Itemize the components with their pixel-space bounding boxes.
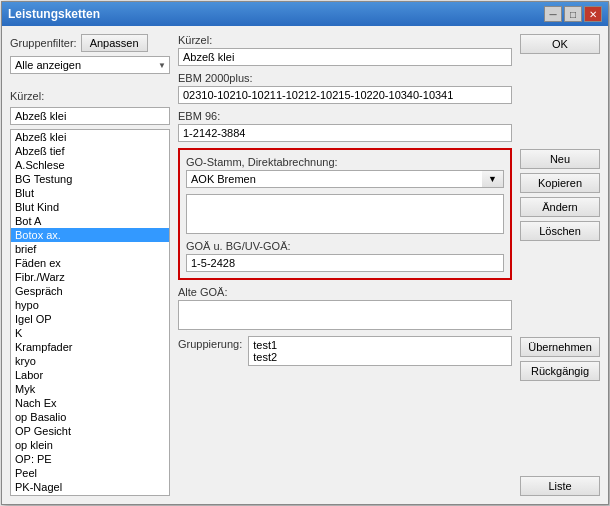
kuerzel-left-label: Kürzel:	[10, 90, 170, 102]
alte-goa-label: Alte GOÄ:	[178, 286, 512, 298]
list-item[interactable]: Fäden ex	[11, 256, 169, 270]
go-dropdown-button[interactable]: ▼	[482, 170, 504, 188]
gruppierung-label: Gruppierung:	[178, 336, 242, 350]
ebm2000-input[interactable]	[178, 86, 512, 104]
filter-label: Gruppenfilter:	[10, 37, 77, 49]
ubernehmen-button[interactable]: Übernehmen	[520, 337, 600, 357]
kopieren-button[interactable]: Kopieren	[520, 173, 600, 193]
ok-button[interactable]: OK	[520, 34, 600, 54]
alte-goa-group: Alte GOÄ:	[178, 286, 512, 330]
list-item[interactable]: hypo	[11, 298, 169, 312]
maximize-button[interactable]: □	[564, 6, 582, 22]
ebm2000-group: EBM 2000plus:	[178, 72, 512, 104]
window-title: Leistungsketten	[8, 7, 100, 21]
left-panel: Gruppenfilter: Anpassen Alle anzeigen Kü…	[10, 34, 170, 496]
list-item[interactable]: brief	[11, 242, 169, 256]
filter-row: Gruppenfilter: Anpassen	[10, 34, 170, 52]
go-dropdown-input[interactable]	[186, 170, 504, 188]
alte-goa-input[interactable]	[178, 300, 512, 330]
ebm96-label: EBM 96:	[178, 110, 512, 122]
goa-input[interactable]	[186, 254, 504, 272]
list-item[interactable]: Fibr./Warz	[11, 270, 169, 284]
list-item[interactable]: Igel OP	[11, 312, 169, 326]
list-item[interactable]: Blut Kind	[11, 200, 169, 214]
gruppen-filter-wrapper: Alle anzeigen	[10, 56, 170, 74]
liste-button[interactable]: Liste	[520, 476, 600, 496]
goa-label: GOÄ u. BG/UV-GOÄ:	[186, 240, 504, 252]
go-dropdown-wrapper: ▼	[186, 170, 504, 188]
go-label: GO-Stamm, Direktabrechnung:	[186, 156, 504, 168]
kuerzel-main-label: Kürzel:	[178, 34, 512, 46]
leistung-list[interactable]: Abzeß kleiAbzeß tiefA.SchleseBG TestungB…	[10, 129, 170, 496]
list-item[interactable]: op klein	[11, 438, 169, 452]
list-item[interactable]: kryo	[11, 354, 169, 368]
ebm96-group: EBM 96:	[178, 110, 512, 142]
list-item[interactable]: Blut	[11, 186, 169, 200]
gruppierung-input[interactable]	[248, 336, 512, 366]
loschen-button[interactable]: Löschen	[520, 221, 600, 241]
ebm2000-label: EBM 2000plus:	[178, 72, 512, 84]
list-item[interactable]: PK-Nagel	[11, 480, 169, 494]
list-item[interactable]: BG Testung	[11, 172, 169, 186]
gruppierung-row: Gruppierung:	[178, 336, 512, 366]
list-item[interactable]: Bot A	[11, 214, 169, 228]
andern-button[interactable]: Ändern	[520, 197, 600, 217]
list-item[interactable]: Gespräch	[11, 284, 169, 298]
list-item[interactable]: OP Gesicht	[11, 424, 169, 438]
button-panel: OK Neu Kopieren Ändern Löschen Übernehme…	[520, 34, 600, 496]
close-button[interactable]: ✕	[584, 6, 602, 22]
list-item[interactable]: Abzeß tief	[11, 144, 169, 158]
minimize-button[interactable]: ─	[544, 6, 562, 22]
anpassen-button[interactable]: Anpassen	[81, 34, 148, 52]
title-bar-buttons: ─ □ ✕	[544, 6, 602, 22]
list-item[interactable]: Labor	[11, 368, 169, 382]
go-empty-area	[186, 194, 504, 234]
neu-button[interactable]: Neu	[520, 149, 600, 169]
list-item[interactable]: Nach Ex	[11, 396, 169, 410]
highlighted-section: GO-Stamm, Direktabrechnung: ▼ GOÄ u. BG/…	[178, 148, 512, 280]
list-item[interactable]: Peel	[11, 466, 169, 480]
kuerzel-main-input[interactable]	[178, 48, 512, 66]
gruppen-filter-select[interactable]: Alle anzeigen	[10, 56, 170, 74]
list-item[interactable]: Myk	[11, 382, 169, 396]
list-item[interactable]: Botox ax.	[11, 228, 169, 242]
list-item[interactable]: PK-Schleim	[11, 494, 169, 496]
list-item[interactable]: A.Schlese	[11, 158, 169, 172]
title-bar: Leistungsketten ─ □ ✕	[2, 2, 608, 26]
ruckgangig-button[interactable]: Rückgängig	[520, 361, 600, 381]
kuerzel-group: Kürzel:	[178, 34, 512, 66]
ebm96-input[interactable]	[178, 124, 512, 142]
list-item[interactable]: Abzeß klei	[11, 130, 169, 144]
go-group: GO-Stamm, Direktabrechnung: ▼	[186, 156, 504, 188]
list-item[interactable]: K	[11, 326, 169, 340]
list-item[interactable]: Krampfader	[11, 340, 169, 354]
main-panel: Kürzel: EBM 2000plus: EBM 96: GO-Stamm, …	[178, 34, 512, 496]
list-item[interactable]: op Basalio	[11, 410, 169, 424]
kuerzel-left-input[interactable]	[10, 107, 170, 125]
goa-group: GOÄ u. BG/UV-GOÄ:	[186, 240, 504, 272]
main-window: Leistungsketten ─ □ ✕ Gruppenfilter: Anp…	[1, 1, 609, 505]
window-body: Gruppenfilter: Anpassen Alle anzeigen Kü…	[2, 26, 608, 504]
list-item[interactable]: OP: PE	[11, 452, 169, 466]
